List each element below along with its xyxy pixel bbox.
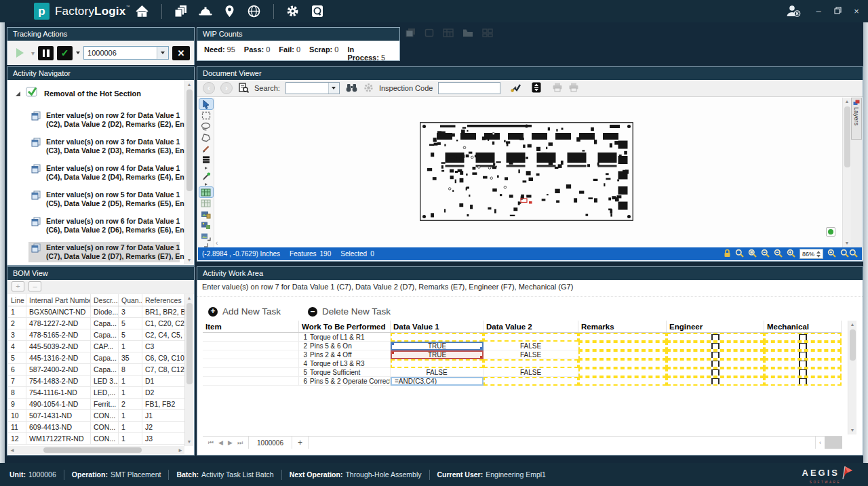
copy-window-icon[interactable]	[406, 28, 416, 37]
bom-row[interactable]: 10507-1431-NDCON...1J1	[8, 410, 184, 422]
bom-row[interactable]: 8754-1116-1-NDLED,...1D2	[8, 387, 184, 399]
polygon-select-icon[interactable]	[199, 132, 213, 142]
cell-item[interactable]	[203, 368, 299, 377]
inspection-code-input[interactable]	[438, 82, 500, 94]
layers-stack-icon[interactable]	[199, 155, 213, 165]
inspection-approve-icon[interactable]	[510, 83, 521, 94]
cell-data-value-1[interactable]: FALSE	[391, 368, 484, 377]
dropdown-arrow-icon-2[interactable]	[199, 182, 213, 186]
delete-new-task-button[interactable]: – Delete New Task	[308, 306, 391, 317]
bom-col-header[interactable]: Quan...	[119, 294, 142, 306]
scroll-right-arrow[interactable]: ►	[176, 447, 184, 453]
viewer-settings-icon[interactable]	[363, 83, 374, 94]
sheet-col-header[interactable]: Engineer	[667, 321, 764, 332]
production-icon[interactable]	[195, 3, 216, 20]
activity-task-item-7[interactable]: Enter value(s) on row 7 for Data Value 1…	[28, 242, 180, 262]
bom-row[interactable]: 3478-5165-2-NDCapa...5C2, C4, C5, C24, C…	[8, 329, 184, 341]
pan-tool-icon[interactable]	[735, 249, 744, 259]
activity-group-root[interactable]: Removal of the Hot Section	[15, 86, 193, 100]
zoom-down-arrow[interactable]	[816, 255, 821, 258]
next-sheet-icon[interactable]: ▶	[228, 439, 233, 446]
sheet-col-header[interactable]: Remarks	[578, 321, 667, 332]
engineer-checkbox[interactable]	[711, 378, 719, 386]
sheet-scroll-track[interactable]	[309, 437, 815, 449]
complete-dropdown-arrow[interactable]	[76, 52, 80, 54]
cell-item[interactable]	[203, 359, 299, 368]
scroll-up-arrow[interactable]: ▲	[843, 98, 851, 106]
sheet-col-header[interactable]: Mechanical	[764, 321, 842, 332]
work-area-vertical-scrollbar[interactable]: ▲ ▼	[848, 321, 856, 434]
new-window-icon[interactable]	[425, 28, 434, 37]
cell-work-to-be-performed[interactable]: 3Pins 2 & 4 Off	[299, 350, 391, 359]
scroll-up-arrow[interactable]: ▲	[185, 80, 193, 89]
cell-remarks[interactable]	[578, 377, 667, 386]
table-view-icon[interactable]	[443, 28, 454, 37]
scroll-thumb[interactable]	[186, 303, 193, 384]
viewer-vertical-scrollbar[interactable]: ▲ ▼	[842, 98, 851, 247]
folder-icon[interactable]	[462, 28, 473, 37]
bom-row[interactable]: 2478-1227-2-NDCapa...5C1, C20, C21, C22,	[8, 318, 184, 329]
mechanical-checkbox[interactable]	[799, 342, 807, 350]
cell-data-value-1[interactable]	[391, 359, 484, 368]
search-combo[interactable]	[285, 82, 340, 94]
cell-item[interactable]	[203, 333, 299, 342]
fit-height-icon[interactable]	[532, 82, 541, 94]
canvas-collapse-arrow[interactable]: ‹	[216, 239, 218, 247]
bom-expand-button[interactable]: +	[12, 281, 24, 291]
cell-data-value-2[interactable]	[484, 359, 578, 368]
document-canvas[interactable]: ‹	[214, 98, 842, 247]
prev-sheet-icon[interactable]: ◀	[218, 439, 223, 446]
cell-remarks[interactable]	[578, 368, 667, 377]
mechanical-checkbox[interactable]	[799, 333, 807, 342]
sheet-scroll-thumb[interactable]	[825, 437, 842, 449]
zoom-lock-icon[interactable]	[724, 249, 731, 259]
add-new-task-button[interactable]: + Add New Task	[208, 306, 281, 317]
expander-icon[interactable]	[15, 87, 21, 100]
corner-resize-icon[interactable]	[199, 243, 213, 247]
bom-col-header[interactable]: Descr...	[91, 294, 119, 306]
print-icon[interactable]	[552, 83, 563, 94]
grid-view-icon[interactable]	[482, 28, 493, 37]
cell-data-value-1[interactable]: =AND(C3,C4)	[391, 377, 484, 386]
cell-work-to-be-performed[interactable]: 4Torque of L3 & R3	[299, 359, 391, 368]
cell-work-to-be-performed[interactable]: 6Pins 5 & 2 Operate Correctly	[299, 377, 391, 386]
select-cursor-icon[interactable]	[199, 99, 213, 109]
navigator-scrollbar[interactable]: ▲ ▼	[184, 80, 193, 264]
marquee-select-icon[interactable]	[199, 110, 213, 120]
scroll-thumb[interactable]	[186, 89, 193, 191]
scroll-thumb[interactable]	[844, 106, 850, 167]
document-search-icon[interactable]	[238, 83, 249, 94]
image-capture-icon[interactable]	[199, 209, 213, 220]
mechanical-checkbox[interactable]	[799, 351, 807, 359]
zoom-previous-icon[interactable]	[761, 249, 770, 259]
sheet-col-header[interactable]: Work To Be Performed	[299, 321, 391, 332]
cell-data-value-2[interactable]	[484, 333, 578, 342]
add-sheet-button[interactable]: +	[292, 437, 309, 449]
zoom-all-icon[interactable]	[840, 249, 858, 259]
scroll-up-arrow[interactable]: ▲	[848, 321, 856, 329]
layers-tab[interactable]: Layers	[851, 98, 862, 140]
fit-view-button[interactable]	[826, 227, 835, 237]
bom-collapse-button[interactable]: –	[28, 281, 41, 291]
bom-horizontal-scrollbar[interactable]: ◄ ►	[8, 446, 184, 454]
dropdown-arrow-icon[interactable]	[199, 166, 213, 170]
pen-markup-icon[interactable]	[199, 144, 213, 154]
cancel-button[interactable]: ✕	[172, 46, 190, 60]
scroll-down-arrow[interactable]: ▼	[185, 438, 193, 446]
previous-document-icon[interactable]: ‹	[203, 82, 215, 94]
activity-task-item-3[interactable]: Enter value(s) on row 3 for Data Value 1…	[28, 136, 180, 157]
image-export-icon[interactable]	[199, 232, 213, 242]
grid-overlay-icon[interactable]	[199, 187, 213, 197]
engineer-checkbox[interactable]	[711, 369, 719, 377]
zoom-out-icon[interactable]	[774, 249, 783, 259]
scroll-up-arrow[interactable]: ▲	[185, 294, 193, 302]
zoom-window-icon[interactable]	[748, 249, 757, 259]
bom-row[interactable]: 9490-1054-1-NDFerrit...2FB1, FB2	[8, 399, 184, 410]
bom-col-header[interactable]: References	[142, 294, 184, 306]
sheet-col-header[interactable]: Item	[203, 321, 299, 332]
engineer-checkbox[interactable]	[711, 333, 719, 342]
print-preview-icon[interactable]	[568, 83, 579, 94]
restore-icon[interactable]	[831, 6, 844, 16]
cell-remarks[interactable]	[578, 333, 667, 342]
bom-vertical-scrollbar[interactable]: ▲ ▼	[184, 294, 193, 446]
